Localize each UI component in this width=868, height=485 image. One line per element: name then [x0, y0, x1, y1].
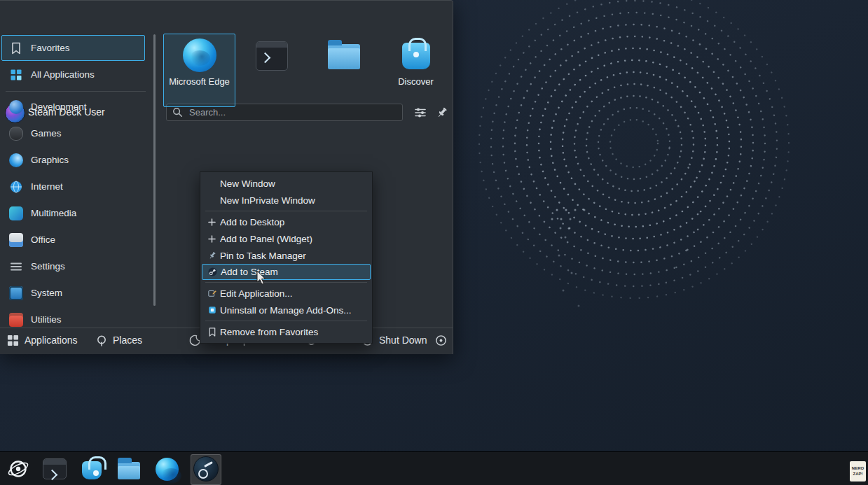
- utilities-toolbox-icon: [9, 313, 23, 327]
- tray-badge[interactable]: NERO ZAP!: [850, 461, 866, 482]
- menu-item-edit-application[interactable]: Edit Application...: [200, 285, 372, 302]
- menu-separator: [205, 321, 367, 321]
- addons-package-icon: [207, 305, 216, 315]
- pin-icon: [207, 251, 216, 260]
- sidebar-item-multimedia[interactable]: Multimedia: [1, 200, 145, 226]
- sidebar-item-settings[interactable]: Settings: [1, 253, 145, 279]
- grid-app-microsoft-edge[interactable]: Microsoft Edge: [163, 34, 235, 107]
- blank-icon: [207, 178, 216, 188]
- sidebar-item-favorites[interactable]: Favorites: [1, 35, 145, 61]
- blank-icon: [207, 195, 216, 205]
- pin-window-icon[interactable]: [435, 106, 449, 120]
- sidebar-separator: [6, 91, 146, 92]
- session-circle-icon: [435, 335, 447, 346]
- system-monitor-icon: [9, 286, 23, 300]
- menu-item-new-inprivate-window[interactable]: New InPrivate Window: [200, 192, 372, 209]
- terminal-icon[interactable]: [42, 456, 67, 482]
- discover-icon: [402, 43, 430, 69]
- terminal-icon: [256, 41, 288, 71]
- favorites-bookmark-icon: [9, 41, 23, 55]
- applications-grid-icon: [7, 335, 19, 346]
- configure-filter-icon[interactable]: [413, 106, 427, 120]
- sidebar-item-development[interactable]: Development: [1, 94, 145, 120]
- edge-browser-icon[interactable]: [154, 456, 179, 482]
- places-pin-icon: [96, 335, 107, 346]
- sidebar-item-all-applications[interactable]: All Applications: [1, 62, 145, 87]
- office-icon: [9, 233, 23, 247]
- desktop: Steam Deck User: [0, 0, 868, 485]
- edit-pencil-icon: [207, 288, 216, 298]
- graphics-icon: [9, 153, 23, 167]
- grid-app-konsole[interactable]: [235, 34, 308, 107]
- sidebar-item-graphics[interactable]: Graphics: [1, 147, 145, 173]
- sidebar-item-games[interactable]: Games: [1, 120, 145, 146]
- menu-item-pin-to-task-manager[interactable]: Pin to Task Manager: [200, 247, 372, 264]
- sidebar-scrollbar[interactable]: [153, 34, 156, 306]
- grid-app-file-manager[interactable]: [308, 34, 380, 107]
- sidebar-item-office[interactable]: Office: [1, 227, 145, 253]
- games-gamepad-icon: [9, 127, 23, 141]
- menu-item-uninstall-addons[interactable]: Uninstall or Manage Add-Ons...: [200, 302, 372, 318]
- file-manager-icon[interactable]: [116, 456, 142, 482]
- mouse-cursor: [256, 270, 268, 286]
- folder-icon: [328, 44, 360, 69]
- menu-item-add-to-steam[interactable]: Add to Steam: [202, 264, 371, 280]
- tab-applications[interactable]: Applications: [7, 330, 78, 351]
- more-session-options-button[interactable]: [435, 330, 447, 351]
- search-icon: [172, 107, 183, 118]
- sidebar-item-utilities[interactable]: Utilities: [1, 307, 145, 332]
- menu-item-new-window[interactable]: New Window: [200, 175, 372, 192]
- menu-item-add-to-panel[interactable]: Add to Panel (Widget): [200, 230, 372, 247]
- sidebar-item-system[interactable]: System: [1, 280, 145, 306]
- steam-icon: [208, 267, 217, 277]
- plus-icon: [207, 217, 216, 227]
- steam-icon[interactable]: [193, 456, 219, 482]
- edge-icon: [183, 38, 216, 72]
- wallpaper-dot-pattern: [476, 0, 855, 353]
- menu-separator: [205, 282, 367, 283]
- tab-places[interactable]: Places: [96, 330, 142, 351]
- menu-item-add-to-desktop[interactable]: Add to Desktop: [200, 213, 372, 230]
- menu-separator: [205, 211, 367, 211]
- search-input[interactable]: [188, 106, 397, 118]
- discover-icon[interactable]: [79, 456, 104, 482]
- multimedia-icon: [9, 206, 23, 220]
- grid-app-discover[interactable]: Discover: [380, 34, 452, 107]
- menu-item-remove-from-favorites[interactable]: Remove from Favorites: [200, 323, 372, 340]
- bookmark-icon: [207, 327, 216, 337]
- sidebar-item-internet[interactable]: Internet: [1, 174, 145, 199]
- all-applications-grid-icon: [9, 68, 23, 82]
- app-launcher-icon[interactable]: [6, 456, 31, 482]
- taskbar: NERO ZAP!: [0, 451, 868, 485]
- context-menu: New Window New InPrivate Window Add to D…: [200, 171, 373, 344]
- plus-icon: [207, 234, 216, 244]
- internet-globe-icon: [9, 180, 23, 194]
- development-icon: [9, 100, 23, 114]
- settings-sliders-icon: [9, 260, 23, 274]
